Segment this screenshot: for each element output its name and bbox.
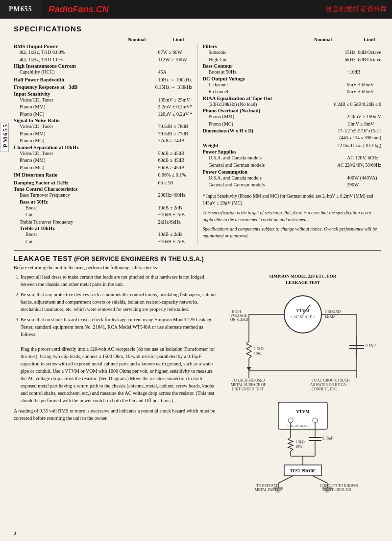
spec-value: +10dB bbox=[347, 69, 381, 76]
section-divider bbox=[14, 250, 381, 251]
dc-output-title: DC Output Voltage bbox=[203, 76, 382, 81]
leakage-heading: LEAKAGE TEST (FOR SERVICE ENGINEERS IN T… bbox=[14, 255, 381, 262]
bass-contour-title: Bass Contour bbox=[203, 63, 382, 69]
svg-text:1.5kΩ: 1.5kΩ bbox=[295, 440, 305, 444]
rms-output-group: RMS Output Power 8Ω, 1kHz, THD 0.08% 67W… bbox=[14, 44, 193, 63]
spec-label: Video/CD, Tuner bbox=[14, 123, 158, 130]
brand-label: RadioFans.CN bbox=[41, 0, 325, 19]
channel-sep-group: Channel Separation at 10kHz Video/CD, Tu… bbox=[14, 145, 193, 172]
svg-text:METAL SURFACE OF: METAL SURFACE OF bbox=[231, 383, 266, 387]
spec-row: Phono (MM) 79.5dB ≥ 77dB bbox=[14, 130, 193, 138]
svg-text:VTVM: VTVM bbox=[296, 308, 310, 313]
service-note: This specification is the target of serv… bbox=[203, 209, 382, 224]
spec-row: Boost at 50Hz +10dB bbox=[203, 69, 382, 76]
spec-label: 4Ω, 1kHz, THD 1.0% bbox=[14, 56, 158, 64]
spec-row: Cut −10dB ± 2dB bbox=[14, 211, 193, 219]
spec-label: Phono (MC) bbox=[14, 164, 158, 172]
spec-label: Bass Turnover Frequency bbox=[14, 192, 158, 199]
svg-text:1.5kΩ: 1.5kΩ bbox=[254, 347, 264, 351]
spec-row: Weight 22 lbs.11 oz. (10.3 kg) bbox=[203, 142, 382, 150]
svg-text:0.15μF: 0.15μF bbox=[322, 436, 333, 440]
spec-row: Subsonic 15Hz, 6dB/Octave bbox=[203, 49, 382, 56]
spec-row: Phono (MC) 77dB ≥ 74dB bbox=[14, 137, 193, 145]
page-number: 2 bbox=[14, 530, 17, 536]
spec-value: 50dB ≥ 45dB bbox=[158, 150, 193, 157]
spec-label: Subsonic bbox=[203, 49, 345, 56]
spec-label: High Cut bbox=[203, 56, 345, 64]
spec-row: Phono (MM) 2.2mV ± 0.2mV* bbox=[14, 103, 193, 111]
spec-value: AC 220/240V, 50/60Hz bbox=[337, 162, 381, 169]
spec-row: 8Ω, 1kHz, THD 0.08% 67W ≥ 60W bbox=[14, 49, 193, 56]
spec-label: U.S.A. and Canada models bbox=[203, 175, 347, 182]
spec-value: 10dB ± 2dB bbox=[158, 231, 193, 238]
freqresponse-group: Frequency Response at −3dB 0.15Hz ～ 180k… bbox=[14, 83, 193, 91]
footnote-area: * Input Sensitivity (Phono MM and MC) fo… bbox=[203, 193, 382, 240]
spec-label: Capability (HCC) bbox=[14, 69, 158, 76]
spec-value: 10Hz ～ 100kHz bbox=[158, 77, 193, 84]
bass-title: Bass at 50Hz bbox=[14, 199, 193, 205]
riaa-group: RIAA Equalization at Tape Out (20Hz/20kH… bbox=[203, 96, 382, 108]
svg-text:VTVM: VTVM bbox=[296, 409, 310, 414]
spec-label: Cut bbox=[14, 238, 158, 246]
im-distortion-group: IM Distortion Ratio 0.06% ≤ 0.1% bbox=[14, 171, 193, 179]
spec-row: Phono (MC) 13mV ≥ 8mV bbox=[203, 121, 382, 128]
spec-label: Boost bbox=[14, 205, 158, 212]
page: PM655 RadioFans.CN 收音机爱好者资料库 PM655 SPECI… bbox=[0, 0, 392, 541]
weight-group: Weight 22 lbs.11 oz. (10.3 kg) bbox=[203, 142, 382, 150]
spec-row: General and German models AC 220/240V, 5… bbox=[203, 162, 382, 169]
snr-title: Signal to Noise Ratio bbox=[14, 118, 193, 123]
spec-label: Phono (MC) bbox=[203, 121, 347, 128]
col-header-limit-left: Limit bbox=[164, 37, 193, 42]
spec-label: Phono (MC) bbox=[14, 111, 158, 118]
channel-sep-title: Channel Separation at 10kHz bbox=[14, 145, 193, 150]
svg-text:TEST PROBE: TEST PROBE bbox=[290, 468, 316, 473]
svg-text:0.15μF: 0.15μF bbox=[366, 344, 376, 348]
spec-row: U.S.A. and Canada models AC 120V, 60Hz bbox=[203, 155, 382, 162]
spec-value: 220mV ≥ 190mV bbox=[347, 113, 381, 121]
svg-line-54 bbox=[313, 476, 327, 483]
svg-text:10W: 10W bbox=[295, 444, 303, 449]
leakage-step-1: Inspect all lead dress to make certain t… bbox=[21, 273, 217, 288]
change-note: Specifications and components subject to… bbox=[203, 226, 382, 240]
svg-text:GROUND: GROUND bbox=[325, 309, 341, 314]
spec-label: Phono (MM) bbox=[14, 157, 158, 164]
col-header-nominal-right: Nominal bbox=[286, 37, 360, 42]
spec-row: Dimensions (W x H x D) 17-1/2"x5-5/16"x1… bbox=[203, 128, 382, 135]
spec-row: High Cut 6kHz, 6dB/Octave bbox=[203, 56, 382, 64]
spec-label: Phono (MM) bbox=[14, 103, 158, 111]
spec-label: General and German models bbox=[203, 181, 347, 189]
model-label: PM655 bbox=[0, 0, 41, 19]
spec-value: 0mV ± 60mV bbox=[347, 81, 381, 89]
spec-label: 8Ω, 1kHz, THD 0.08% bbox=[14, 49, 158, 56]
spec-title: SPECIFICATIONS bbox=[14, 25, 381, 33]
spec-right-column: Filters Subsonic 15Hz, 6dB/Octave High C… bbox=[197, 44, 382, 245]
svg-text:OR +LEAD: OR +LEAD bbox=[230, 317, 248, 322]
spec-row: Phono (MC) 50dB ≥ 45dB bbox=[14, 164, 193, 172]
damping-group: Damping Factor at 1kHz 66 ≥ 50 bbox=[14, 179, 193, 187]
power-consumption-title: Power Consumption bbox=[203, 169, 382, 175]
leakage-steps: Inspect all lead dress to make certain t… bbox=[14, 273, 217, 495]
spec-row: Phono (MM) 60dB ≥ 45dB bbox=[14, 157, 193, 164]
spec-label: U.S.A. and Canada models bbox=[203, 155, 347, 162]
svg-text:AS WATER OR BX CA-: AS WATER OR BX CA- bbox=[310, 383, 347, 387]
spec-row: 4Ω, 1kHz, THD 1.0% 112W ≥ 100W bbox=[14, 56, 193, 64]
spec-value: 67W ≥ 60W bbox=[158, 49, 193, 56]
spec-label: Treble Turnover Frequency bbox=[14, 219, 158, 226]
power-supplies-group: Power Supplies U.S.A. and Canada models … bbox=[203, 149, 382, 169]
spec-value: 2.2mV ± 0.2mV* bbox=[158, 103, 192, 111]
spec-row: IM Distortion Ratio 0.06% ≤ 0.1% bbox=[14, 171, 193, 179]
filters-group: Filters Subsonic 15Hz, 6dB/Octave High C… bbox=[203, 44, 382, 63]
tone-control-title: Tone Control Characteristics bbox=[14, 186, 193, 192]
dimensions-group: Dimensions (W x H x D) 17-1/2"x5-5/16"x1… bbox=[203, 128, 382, 142]
svg-text:LEAD: LEAD bbox=[325, 314, 335, 319]
leakage-intro: Before returning the unit to the user, p… bbox=[14, 265, 381, 270]
input-sensitivity-title: Input Sensitivity bbox=[14, 91, 193, 97]
leakage-step-3: Be sure that no shock hazard exists; che… bbox=[21, 316, 217, 404]
spec-label: Cut bbox=[14, 211, 158, 219]
tone-control-group: Tone Control Characteristics Bass Turnov… bbox=[14, 186, 193, 245]
spec-label: R channel bbox=[203, 88, 347, 96]
spec-label: Phono (MC) bbox=[14, 137, 158, 145]
spec-row: Video/CD, Tuner 50dB ≥ 45dB bbox=[14, 150, 193, 157]
dimensions-title: Dimensions (W x H x D) bbox=[203, 128, 253, 135]
spec-value: 400W (440VA) bbox=[347, 175, 381, 182]
